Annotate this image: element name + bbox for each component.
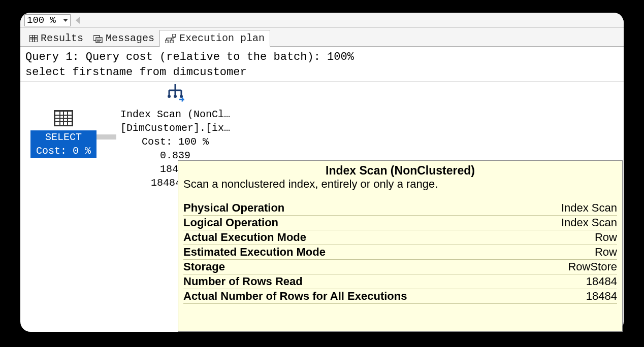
tooltip-key: Physical Operation (183, 201, 284, 215)
tooltip-key: Number of Rows Read (183, 275, 303, 288)
tab-results[interactable]: Results (24, 30, 88, 46)
operator-tooltip: Index Scan (NonClustered) Scan a nonclus… (178, 160, 623, 332)
query-cost-line: Query 1: Query cost (relative to the bat… (25, 51, 354, 63)
tooltip-value: Index Scan (561, 216, 617, 229)
tab-execution-plan[interactable]: Execution plan (159, 30, 270, 47)
tooltip-properties: Physical OperationIndex ScanLogical Oper… (183, 201, 617, 304)
select-result-icon (54, 110, 73, 126)
dropdown-icon (63, 19, 68, 22)
svg-rect-6 (170, 40, 173, 43)
tab-messages-label: Messages (106, 32, 154, 44)
tooltip-row: Actual Execution ModeRow (183, 230, 617, 245)
svg-rect-7 (173, 34, 176, 37)
tooltip-key: Estimated Execution Mode (183, 246, 326, 259)
svg-point-17 (168, 95, 171, 98)
tab-messages[interactable]: Messages (88, 30, 159, 46)
tooltip-key: Storage (183, 260, 225, 273)
scan-object: [DimCustomer].[ix… (119, 121, 231, 135)
tooltip-row: Logical OperationIndex Scan (183, 216, 617, 230)
tooltip-value: Row (595, 246, 617, 259)
plan-arrow[interactable] (94, 134, 116, 140)
query-header: Query 1: Query cost (relative to the bat… (20, 46, 624, 82)
zoom-combo[interactable]: 100 % (24, 14, 71, 26)
tooltip-value: 18484 (586, 290, 617, 303)
tooltip-value: RowStore (568, 260, 617, 273)
tooltip-row: Number of Rows Read18484 (183, 274, 617, 289)
select-cost: Cost: 0 % (30, 144, 96, 158)
scan-cost: Cost: 100 % (119, 135, 231, 149)
tooltip-value: Row (595, 231, 617, 244)
tooltip-key: Actual Execution Mode (183, 231, 306, 244)
plan-node-select[interactable]: SELECT Cost: 0 % (30, 110, 96, 158)
zoom-toolbar: 100 % (20, 13, 624, 28)
results-tabs: Results Messages (20, 28, 624, 46)
tooltip-row: Physical OperationIndex Scan (183, 201, 617, 216)
tooltip-row: Actual Number of Rows for All Executions… (183, 289, 617, 304)
tab-results-label: Results (41, 32, 83, 44)
svg-rect-5 (165, 40, 168, 43)
tooltip-key: Actual Number of Rows for All Executions (183, 290, 407, 303)
tooltip-title: Index Scan (NonClustered) (183, 164, 617, 178)
index-scan-icon (119, 82, 231, 107)
scan-title: Index Scan (NonCl… (119, 108, 231, 121)
tooltip-description: Scan a nonclustered index, entirely or o… (183, 178, 617, 191)
results-grid-icon (29, 35, 38, 42)
tab-plan-label: Execution plan (179, 32, 265, 44)
tooltip-row: Estimated Execution ModeRow (183, 245, 617, 260)
nav-back-icon[interactable] (76, 17, 80, 24)
tooltip-value: Index Scan (561, 201, 617, 215)
zoom-level: 100 % (27, 15, 56, 26)
tooltip-value: 18484 (586, 275, 617, 288)
query-text-line: select firstname from dimcustomer (25, 66, 247, 79)
messages-icon (93, 34, 103, 43)
svg-point-18 (174, 95, 177, 98)
tooltip-key: Logical Operation (183, 216, 278, 229)
tooltip-row: StorageRowStore (183, 260, 617, 274)
execution-plan-icon (165, 34, 176, 43)
select-label: SELECT (30, 130, 96, 144)
